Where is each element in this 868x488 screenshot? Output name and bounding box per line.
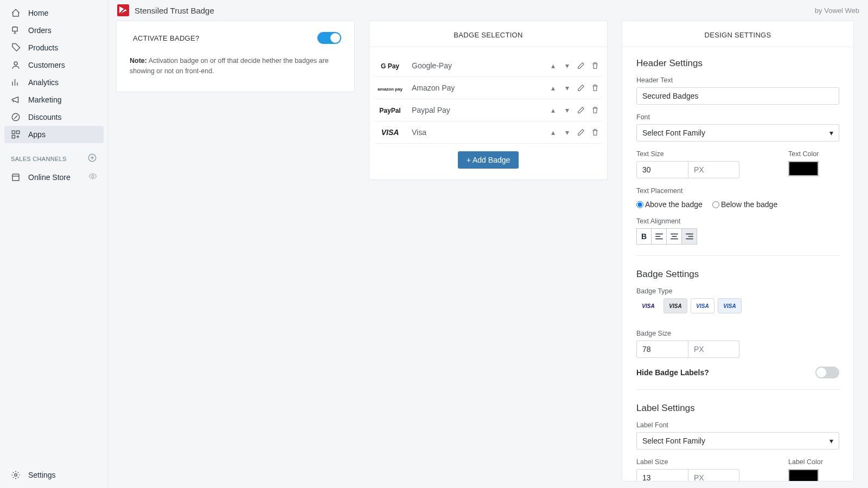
move-down-icon[interactable]: ▾	[563, 61, 571, 70]
badge-size-input[interactable]	[636, 341, 688, 358]
design-settings-card: DESIGN SETTINGS Header Settings Header T…	[622, 21, 854, 481]
placement-above-radio[interactable]: Above the badge	[636, 200, 703, 209]
svg-point-7	[15, 474, 17, 477]
move-up-icon[interactable]: ▴	[548, 128, 557, 137]
badge-logo: PayPal	[377, 106, 403, 114]
trash-icon[interactable]	[591, 106, 599, 114]
badge-name: Google-Pay	[412, 61, 548, 70]
badge-type-option-3[interactable]: VISA	[691, 298, 714, 313]
nav-marketing[interactable]: Marketing	[4, 91, 104, 108]
text-placement-label: Text Placement	[636, 187, 839, 195]
trash-icon[interactable]	[591, 84, 599, 92]
nav-apps[interactable]: Apps	[4, 126, 104, 143]
nav-label: Products	[28, 43, 58, 52]
header-text-input[interactable]	[636, 87, 839, 105]
badge-name: Paypal Pay	[412, 106, 548, 114]
edit-icon[interactable]	[577, 61, 585, 70]
svg-point-6	[92, 175, 94, 177]
nav-label: Home	[28, 9, 48, 17]
edit-icon[interactable]	[577, 106, 585, 114]
app-logo-icon	[117, 4, 129, 16]
move-down-icon[interactable]: ▾	[563, 128, 571, 137]
text-color-swatch[interactable]	[788, 161, 819, 176]
nav-label: Discounts	[28, 113, 61, 121]
nav-online-store[interactable]: Online Store	[4, 168, 104, 186]
badge-type-option-2[interactable]: VISA	[663, 298, 687, 313]
badge-logo: G Pay	[377, 61, 403, 70]
sales-channels-section: SALES CHANNELS	[4, 143, 104, 168]
label-size-label: Label Size	[636, 458, 739, 466]
view-store-icon[interactable]	[88, 172, 97, 182]
label-settings-title: Label Settings	[636, 403, 839, 414]
move-down-icon[interactable]: ▾	[563, 106, 571, 114]
header-text-label: Header Text	[636, 76, 839, 84]
nav-home[interactable]: Home	[4, 4, 104, 22]
trash-icon[interactable]	[591, 61, 599, 70]
text-size-label: Text Size	[636, 150, 739, 158]
align-center-button[interactable]	[667, 228, 682, 245]
nav-analytics[interactable]: Analytics	[4, 74, 104, 91]
text-size-input[interactable]	[636, 161, 688, 178]
svg-rect-2	[12, 131, 15, 133]
move-up-icon[interactable]: ▴	[548, 61, 557, 70]
edit-icon[interactable]	[577, 128, 585, 137]
label-font-label: Label Font	[636, 421, 839, 429]
nav-products[interactable]: Products	[4, 39, 104, 56]
edit-icon[interactable]	[577, 84, 585, 92]
add-channel-icon[interactable]	[87, 153, 97, 165]
text-alignment-label: Text Alignment	[636, 217, 839, 225]
design-settings-title: DESIGN SETTINGS	[622, 21, 853, 47]
badge-row: G Pay Google-Pay ▴ ▾	[375, 55, 602, 77]
align-left-button[interactable]	[652, 228, 667, 245]
move-up-icon[interactable]: ▴	[548, 106, 557, 114]
hide-labels-toggle[interactable]	[815, 367, 839, 378]
badge-row: amazon pay Amazon Pay ▴ ▾	[375, 77, 602, 99]
nav-label: Apps	[28, 130, 46, 139]
badge-size-label: Badge Size	[636, 330, 839, 337]
move-down-icon[interactable]: ▾	[563, 84, 571, 92]
activate-badge-card: ACTIVATE BADGE? Note: Activation badge o…	[116, 21, 355, 92]
text-size-unit: PX	[688, 161, 739, 178]
person-icon	[11, 60, 21, 70]
header-settings-title: Header Settings	[636, 58, 839, 69]
orders-icon	[11, 25, 21, 35]
badge-logo: VISA	[377, 128, 403, 137]
move-up-icon[interactable]: ▴	[548, 84, 557, 92]
sidebar: Home Orders Products Customers Analytics…	[0, 0, 108, 488]
chevron-down-icon: ▾	[829, 129, 833, 137]
nav-customers[interactable]: Customers	[4, 56, 104, 74]
bold-button[interactable]: B	[636, 228, 652, 245]
placement-below-radio[interactable]: Below the badge	[712, 200, 777, 209]
label-size-input[interactable]	[636, 469, 688, 481]
add-badge-button[interactable]: + Add Badge	[458, 151, 519, 169]
nav-label: Settings	[28, 471, 56, 479]
badge-size-unit: PX	[688, 341, 739, 358]
trash-icon[interactable]	[591, 128, 599, 137]
svg-rect-3	[17, 131, 20, 133]
label-size-unit: PX	[688, 469, 739, 481]
analytics-icon	[11, 78, 21, 87]
label-font-select[interactable]: Select Font Family▾	[636, 432, 839, 450]
badge-type-option-4[interactable]: VISA	[718, 298, 742, 313]
chevron-down-icon: ▾	[829, 436, 833, 445]
activate-badge-label: ACTIVATE BADGE?	[133, 34, 200, 42]
align-right-button[interactable]	[682, 228, 697, 245]
nav-discounts[interactable]: Discounts	[4, 108, 104, 126]
nav-label: Customers	[28, 61, 65, 69]
label-color-label: Label Color	[788, 458, 823, 466]
badge-type-option-1[interactable]: VISA	[636, 298, 660, 313]
discount-icon	[11, 112, 21, 122]
activate-toggle[interactable]	[317, 32, 341, 44]
hide-badge-labels-label: Hide Badge Labels?	[636, 368, 709, 377]
nav-settings[interactable]: Settings	[4, 466, 104, 484]
tag-icon	[11, 43, 21, 53]
label-color-swatch[interactable]	[788, 469, 819, 481]
badge-row: PayPal Paypal Pay ▴ ▾	[375, 99, 602, 121]
nav-orders[interactable]: Orders	[4, 22, 104, 39]
svg-point-0	[14, 62, 17, 65]
font-select[interactable]: Select Font Family▾	[636, 124, 839, 142]
nav-label: Orders	[28, 26, 52, 35]
home-icon	[11, 8, 21, 18]
badge-settings-title: Badge Settings	[636, 269, 839, 280]
app-title: Stensiled Trust Badge	[135, 6, 214, 15]
